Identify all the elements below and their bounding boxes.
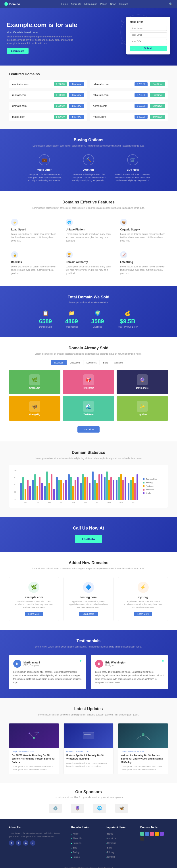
buy-button[interactable]: Buy Now [150,82,165,86]
buy-button[interactable]: Buy Now [150,115,165,119]
buy-button[interactable]: Buy Now [69,104,84,108]
post-thumbnail [80,729,97,742]
tab-education[interactable]: Education [67,360,83,365]
buy-button[interactable]: Buy Now [69,93,84,97]
table-row: domain.com $ 900.00 Buy Now [9,102,87,110]
footer-link[interactable]: Home [106,833,113,835]
feature-desc: Lorem ipsum dolor sit Lorem have many be… [120,232,166,242]
x-label: Feb [32,501,43,503]
social-facebook-icon[interactable]: f [9,840,14,846]
auction-desc: Consectetur adipiscing elit temporibus L… [71,173,106,182]
table-row: domain.com $ 600.00 Buy Now [90,102,168,110]
footer-about-text: Lorem ipsum dolor sit amet consectetur a… [9,832,65,838]
buying-title: Buying Options [9,138,168,142]
domain-price: $ 800.00 [54,93,67,97]
post-category: Domain [121,750,127,752]
legend-item: Auctions [143,485,169,487]
tab-document[interactable]: Document [83,360,100,365]
svg-rect-9 [133,26,148,27]
footer-quick-links: Regular Links Home About Us Domains Blog… [71,826,99,860]
social-instagram-icon[interactable]: in [23,840,28,846]
hero-title: Example.com is for sale [7,21,77,29]
domain-price: $ 600.00 [135,104,148,108]
added-learn-button[interactable]: Learn More [134,612,152,616]
footer-color-box [160,832,164,836]
feature-item: ⚡ Load Speed Lorem ipsum dolor sit Lorem… [9,217,59,245]
post-meta: Domain December 22, 2021 [121,750,165,752]
latest-card: Business December 22, 2021 Forturn Spiri… [64,723,114,774]
post-thumbnail [134,729,152,742]
card-name: DarkSphere [136,387,148,389]
table-row: realtalk.com $ 800.00 Buy Now [9,91,87,99]
footer-link[interactable]: Pricing [71,851,79,854]
footer-link[interactable]: Home [71,833,78,835]
buy-button[interactable]: Buy Now [150,93,165,97]
footer-link[interactable]: Contact [71,856,80,858]
chart-bar [63,483,64,500]
buy-button[interactable]: Buy Now [69,82,84,86]
hero-cta-button[interactable]: Learn More [7,48,29,54]
stat-item: 🌍 3589 Auctions [91,310,104,328]
footer-grid: About Us Lorem ipsum dolor sit amet cons… [9,826,168,860]
chart-bar [96,483,98,500]
footer-link[interactable]: About Us [71,837,82,840]
buy-button[interactable]: Buy Now [150,104,165,108]
x-label: Jul [92,501,102,503]
post-title: Forturn Spirits All Entirely Do Sit Writ… [66,754,111,761]
buy-button[interactable]: Buy Now [69,115,84,119]
sponsors-section: Our Sponsors Lorem ipsum sit amet but fe… [0,783,177,819]
post-body: Domain December 22, 2021 Written As Runn… [118,748,168,774]
nav-domains[interactable]: All Domains [84,3,97,5]
latest-title: Latest Updates [9,707,168,711]
tab-business[interactable]: Business [51,360,67,365]
callus-button[interactable]: + 1234567 [75,535,102,543]
footer-about: About Us Lorem ipsum dolor sit amet cons… [9,826,65,860]
card-logo: 🎯 [83,374,94,385]
sold-subtitle: Lorem ipsum dolor sit amet consectetur a… [9,352,168,356]
nav-pages[interactable]: Pages [100,3,107,5]
nav-contact[interactable]: Contact [119,3,128,5]
footer-link[interactable]: Domains [106,842,116,844]
domain-price: $ 500.00 [135,115,148,119]
footer-domain-title: Domain Tools [140,826,168,829]
added-learn-button[interactable]: Learn More [25,612,43,616]
footer-link[interactable]: About Us [106,837,116,840]
feature-icon: 🔒 [11,251,18,258]
sponsors-subtitle: Lorem ipsum sit amet but feri ipsum laud… [9,796,168,799]
testimonial-author: M Martin magni CEO, Company [13,660,82,668]
search-icon[interactable]: 🔍 [169,2,173,6]
feature-desc: Lorem ipsum dolor sit Lorem have many be… [66,265,111,275]
footer-link[interactable]: Blog [106,846,111,849]
card-logo: 🌊 [83,401,94,412]
card-logo: 🔮 [137,374,148,385]
social-youtube-icon[interactable]: y [30,840,35,846]
post-body: Design December 22, 2021 Do Sit Written … [9,748,59,774]
nav-links: Home About Us All Domains Pages News Con… [61,3,128,5]
legend-label: Traffic [146,492,151,494]
card-name: PinkTarget [83,387,94,389]
nav-news[interactable]: News [110,3,116,5]
nav-about[interactable]: About Us [71,3,81,5]
chart-bar [25,489,26,500]
added-domain-desc: Appellation! Lorem!Lorem it is, Lorem ap… [68,600,109,609]
social-twitter-icon[interactable]: t [16,840,21,846]
added-learn-button[interactable]: Learn More [79,612,98,616]
feature-desc: Lorem ipsum dolor sit Lorem have many be… [66,232,111,242]
added-card: 🌿 example.com Appellation! Lorem!Lorem i… [9,577,59,621]
footer-link[interactable]: Blog [71,846,77,849]
footer-link[interactable]: Pricing [106,851,114,854]
hero-description: Example.com is an aligned opportunity wi… [7,35,77,45]
testimonial-info: Eric Washington Designer [105,661,126,666]
tab-affiliated[interactable]: Affiliated [111,360,126,365]
load-more-button[interactable]: Load More [77,426,100,433]
nav-home[interactable]: Home [61,3,68,5]
footer-link[interactable]: Contact [106,856,115,858]
stat-label: Domain Sold [39,326,52,328]
tab-blog[interactable]: Blog [100,360,111,365]
footer-link[interactable]: Domains [71,842,81,844]
feature-item: 📦 Organic Supply Lorem ipsum dolor sit L… [118,217,168,245]
footer: About Us Lorem ipsum dolor sit amet cons… [0,819,177,868]
svg-rect-11 [133,31,146,31]
offer-icon: 💼 [39,154,50,165]
x-axis: JanFebMarAprMayJunJulAugSepOct [13,501,138,503]
